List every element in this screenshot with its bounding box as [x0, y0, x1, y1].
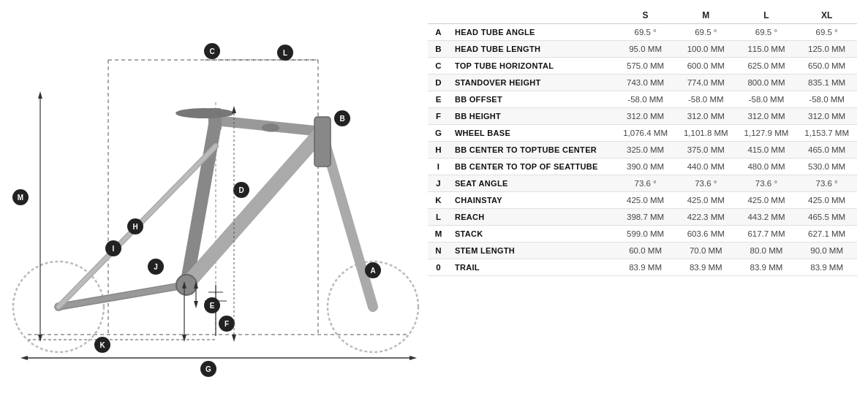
row-label: WHEEL BASE [449, 125, 615, 142]
table-row: C TOP TUBE HORIZONTAL 575.0 MM 600.0 MM … [428, 58, 857, 75]
svg-text:K: K [99, 341, 105, 349]
svg-text:D: D [238, 186, 244, 194]
row-l: 443.2 MM [736, 209, 797, 226]
table-row: 0 TRAIL 83.9 MM 83.9 MM 83.9 MM 83.9 MM [428, 259, 857, 276]
row-xl: 83.9 MM [796, 259, 857, 276]
row-l: 80.0 MM [736, 243, 797, 259]
col-xl: XL [796, 7, 857, 24]
col-m: M [676, 7, 736, 24]
table-row: J SEAT ANGLE 73.6 ° 73.6 ° 73.6 ° 73.6 ° [428, 175, 857, 192]
row-l: 312.0 MM [736, 108, 797, 125]
svg-marker-10 [410, 356, 417, 360]
row-id: D [428, 75, 449, 91]
row-s: 73.6 ° [615, 175, 676, 192]
row-label: CHAINSTAY [449, 192, 615, 209]
svg-marker-61 [194, 301, 198, 308]
table-row: H BB CENTER TO TOPTUBE CENTER 325.0 MM 3… [428, 142, 857, 159]
table-row: B HEAD TUBE LENGTH 95.0 MM 100.0 MM 115.… [428, 41, 857, 58]
row-m: 312.0 MM [676, 108, 736, 125]
table-row: M STACK 599.0 MM 603.6 MM 617.7 MM 627.1… [428, 226, 857, 243]
svg-text:A: A [370, 267, 375, 275]
svg-point-29 [262, 123, 279, 132]
row-l: 1,127.9 MM [736, 125, 797, 142]
row-s: -58.0 MM [615, 91, 676, 108]
row-l: 415.0 MM [736, 142, 797, 159]
row-m: 83.9 MM [676, 259, 736, 276]
row-l: 73.6 ° [736, 175, 797, 192]
table-row: F BB HEIGHT 312.0 MM 312.0 MM 312.0 MM 3… [428, 108, 857, 125]
row-m: 73.6 ° [676, 175, 736, 192]
bike-diagram: A B C D E F G H I J K L [0, 0, 424, 393]
row-label: HEAD TUBE ANGLE [449, 24, 615, 41]
geometry-table-section: S M L XL A HEAD TUBE ANGLE 69.5 ° 69.5 °… [424, 0, 868, 393]
row-label: BB HEIGHT [449, 108, 615, 125]
svg-text:G: G [205, 365, 211, 373]
row-m: 100.0 MM [676, 41, 736, 58]
row-m: 1,101.8 MM [676, 125, 736, 142]
row-xl: 650.0 MM [796, 58, 857, 75]
col-l: L [736, 7, 797, 24]
row-label: HEAD TUBE LENGTH [449, 41, 615, 58]
svg-rect-25 [314, 117, 331, 167]
geometry-table: S M L XL A HEAD TUBE ANGLE 69.5 ° 69.5 °… [428, 7, 857, 276]
row-label: BB CENTER TO TOP OF SEATTUBE [449, 159, 615, 175]
row-s: 325.0 MM [615, 142, 676, 159]
svg-marker-64 [38, 335, 42, 342]
table-header-row: S M L XL [428, 7, 857, 24]
row-xl: 465.5 MM [796, 209, 857, 226]
row-m: 774.0 MM [676, 75, 736, 91]
svg-marker-58 [182, 335, 186, 342]
svg-text:E: E [210, 302, 215, 310]
col-s: S [615, 7, 676, 24]
row-s: 425.0 MM [615, 192, 676, 209]
row-m: -58.0 MM [676, 91, 736, 108]
row-label: BB CENTER TO TOPTUBE CENTER [449, 142, 615, 159]
row-id: 0 [428, 259, 449, 276]
row-xl: 125.0 MM [796, 41, 857, 58]
col-label [449, 7, 615, 24]
row-s: 575.0 MM [615, 58, 676, 75]
row-m: 422.3 MM [676, 209, 736, 226]
row-xl: 1,153.7 MM [796, 125, 857, 142]
row-s: 743.0 MM [615, 75, 676, 91]
svg-point-28 [176, 108, 234, 118]
row-xl: 425.0 MM [796, 192, 857, 209]
row-id: H [428, 142, 449, 159]
row-l: 69.5 ° [736, 24, 797, 41]
row-m: 69.5 ° [676, 24, 736, 41]
row-s: 1,076.4 MM [615, 125, 676, 142]
row-m: 603.6 MM [676, 226, 736, 243]
row-l: 480.0 MM [736, 159, 797, 175]
row-id: N [428, 243, 449, 259]
svg-marker-67 [232, 335, 236, 342]
svg-text:C: C [209, 47, 214, 56]
row-s: 60.0 MM [615, 243, 676, 259]
row-label: BB OFFSET [449, 91, 615, 108]
row-xl: 835.1 MM [796, 75, 857, 91]
row-xl: -58.0 MM [796, 91, 857, 108]
row-m: 70.0 MM [676, 243, 736, 259]
row-s: 312.0 MM [615, 108, 676, 125]
row-id: F [428, 108, 449, 125]
row-s: 95.0 MM [615, 41, 676, 58]
row-l: 800.0 MM [736, 75, 797, 91]
row-l: 617.7 MM [736, 226, 797, 243]
row-s: 398.7 MM [615, 209, 676, 226]
row-s: 390.0 MM [615, 159, 676, 175]
row-m: 425.0 MM [676, 192, 736, 209]
row-id: G [428, 125, 449, 142]
svg-text:F: F [224, 320, 229, 328]
row-id: L [428, 209, 449, 226]
row-s: 69.5 ° [615, 24, 676, 41]
row-label: TOP TUBE HORIZONTAL [449, 58, 615, 75]
row-label: SEAT ANGLE [449, 175, 615, 192]
row-s: 599.0 MM [615, 226, 676, 243]
row-label: STANDOVER HEIGHT [449, 75, 615, 91]
svg-text:B: B [339, 115, 344, 123]
row-m: 440.0 MM [676, 159, 736, 175]
row-id: C [428, 58, 449, 75]
table-row: N STEM LENGTH 60.0 MM 70.0 MM 80.0 MM 90… [428, 243, 857, 259]
row-xl: 312.0 MM [796, 108, 857, 125]
svg-marker-63 [38, 91, 42, 99]
svg-text:L: L [283, 49, 287, 57]
